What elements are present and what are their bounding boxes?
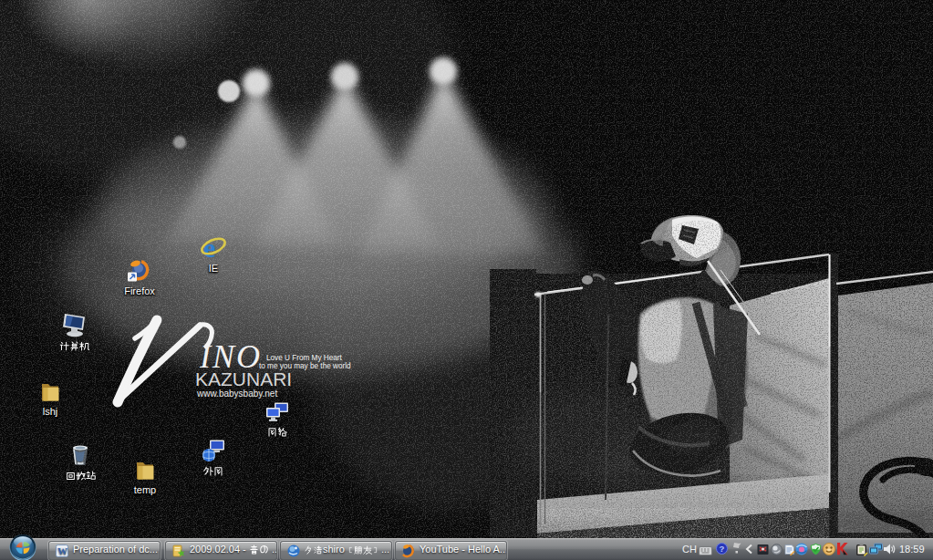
svg-text:?: ? bbox=[720, 544, 725, 554]
